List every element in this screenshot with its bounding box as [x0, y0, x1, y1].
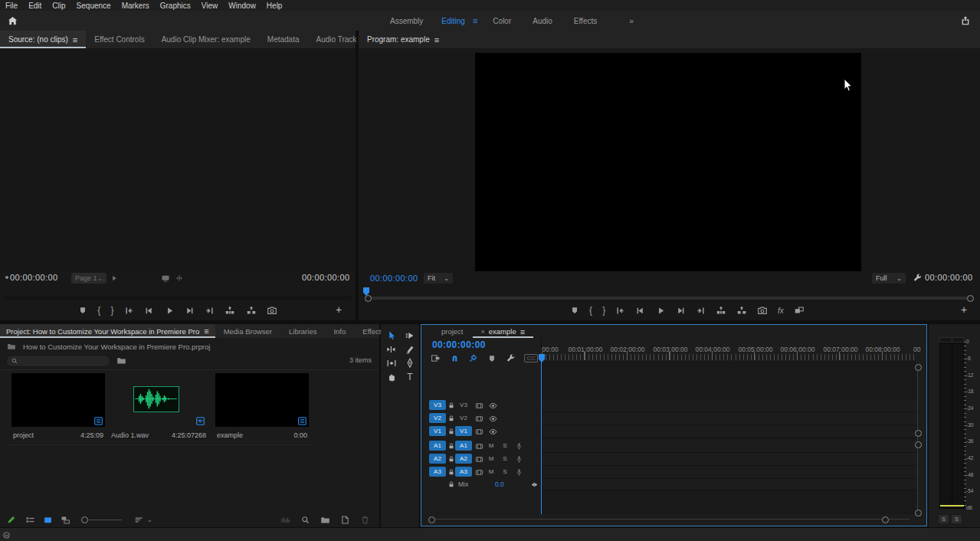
eye-icon[interactable] [489, 428, 497, 436]
tab-effect-controls[interactable]: Effect Controls [86, 31, 152, 48]
track-target-v1[interactable]: V1 [455, 426, 472, 436]
search-input[interactable] [6, 355, 110, 367]
pen-tool[interactable] [402, 356, 418, 369]
search-bin-icon[interactable] [116, 356, 126, 366]
item-name[interactable]: project [13, 431, 34, 439]
step-forward-icon[interactable] [185, 306, 195, 316]
solo-button[interactable]: S [501, 468, 509, 475]
fx-badge-icon[interactable]: fx [778, 307, 784, 315]
close-icon[interactable]: × [481, 328, 485, 336]
overwrite-icon[interactable] [246, 305, 257, 316]
source-patch-v3[interactable]: V3 [429, 400, 446, 410]
slip-tool[interactable] [383, 356, 400, 369]
item-name[interactable]: example [217, 431, 243, 439]
track-target-v3[interactable]: V3 [455, 400, 472, 410]
solo-button[interactable]: S [501, 455, 509, 462]
play-icon[interactable] [165, 306, 175, 316]
workspace-overflow-icon[interactable]: » [623, 17, 640, 25]
mute-button[interactable]: M [487, 468, 495, 475]
workspace-tab-audio[interactable]: Audio [522, 17, 563, 25]
audio-track-lane-a3[interactable] [542, 466, 916, 479]
video-track-lane-v3[interactable] [542, 399, 916, 412]
timeline-horizontal-scrollbar[interactable] [431, 519, 910, 520]
tab-sequence-example[interactable]: × example ≡ [473, 325, 534, 338]
video-track-lane-v2[interactable] [542, 412, 916, 425]
tab-program[interactable]: Program: example ≡ [359, 31, 447, 48]
tab-source[interactable]: Source: (no clips) ≡ [0, 31, 86, 48]
item-name[interactable]: Audio 1.wav [111, 431, 149, 439]
export-frame-icon[interactable] [267, 305, 277, 316]
workspace-tab-assembly[interactable]: Assembly [379, 17, 434, 25]
thumbnail[interactable] [11, 373, 105, 427]
program-button-editor-icon[interactable]: + [961, 303, 967, 316]
find-icon[interactable] [300, 515, 310, 525]
project-item-sequence-project[interactable]: project 4:25:09 [11, 373, 105, 442]
zoom-slider-handle[interactable] [81, 516, 88, 523]
project-item-sequence-example[interactable]: example 0:00 [215, 373, 309, 442]
meter-clip-indicator-left[interactable] [939, 337, 952, 343]
selection-tool[interactable] [383, 329, 400, 342]
workspace-editing-menu-icon[interactable]: ≡ [473, 16, 477, 25]
eye-icon[interactable] [489, 402, 497, 410]
new-bin-icon[interactable] [320, 515, 330, 525]
source-patch-a3[interactable]: A3 [429, 467, 446, 477]
keyframe-nav-icon[interactable] [530, 480, 539, 489]
step-forward-icon[interactable] [676, 306, 686, 316]
source-current-timecode[interactable]: 00:00:00:00 [10, 273, 58, 282]
tab-libraries[interactable]: Libraries [280, 324, 325, 338]
mark-in-icon[interactable]: { [589, 305, 592, 316]
settings-monitor-icon[interactable] [161, 274, 170, 283]
voiceover-mic-icon[interactable] [515, 467, 523, 477]
sync-lock-icon[interactable] [475, 402, 483, 410]
breadcrumb[interactable]: How to Customize Your Workspace in Premi… [23, 343, 210, 351]
lock-icon[interactable] [447, 428, 455, 435]
timeline-settings-wrench-icon[interactable] [506, 353, 516, 363]
mute-button[interactable]: M [487, 455, 495, 462]
audio-track-lane-a1[interactable] [542, 440, 916, 453]
program-quality-dropdown[interactable]: Full ⌄ [872, 273, 906, 284]
source-patch-a1[interactable]: A1 [429, 441, 446, 451]
source-panel-menu-icon[interactable]: ≡ [73, 35, 77, 44]
icon-view-icon[interactable] [43, 515, 53, 525]
go-to-out-icon[interactable] [205, 306, 215, 316]
insert-icon[interactable] [225, 305, 235, 316]
project-item-audio[interactable]: Audio 1.wav 4:25:07268 [110, 373, 203, 442]
sync-lock-icon[interactable] [475, 468, 483, 477]
lock-icon[interactable] [447, 468, 455, 476]
workspace-tab-effects[interactable]: Effects [563, 17, 608, 25]
voiceover-mic-icon[interactable] [515, 454, 523, 464]
delete-icon[interactable] [360, 515, 370, 525]
sync-lock-icon[interactable] [475, 442, 483, 451]
export-frame-icon[interactable] [757, 305, 768, 316]
sync-lock-icon[interactable] [475, 428, 483, 436]
track-target-v2[interactable]: V2 [455, 413, 472, 423]
add-marker-icon[interactable] [487, 354, 497, 363]
audio-thumbnail[interactable] [133, 386, 179, 412]
tab-project[interactable]: Project: How to Customize Your Workspace… [0, 324, 215, 338]
step-back-icon[interactable] [635, 306, 645, 316]
program-current-timecode[interactable]: 00:00:00:00 [370, 274, 418, 283]
sort-chevron-icon[interactable]: ⌄ [147, 516, 152, 523]
tab-media-browser[interactable]: Media Browser [215, 324, 280, 338]
linked-selection-icon[interactable] [468, 353, 478, 363]
play-icon[interactable] [656, 306, 666, 316]
menu-sequence[interactable]: Sequence [71, 2, 116, 10]
export-icon[interactable] [960, 15, 971, 26]
program-zoom-dropdown[interactable]: Fit ⌄ [424, 273, 453, 284]
sync-lock-icon[interactable] [475, 455, 483, 464]
bin-up-icon[interactable] [7, 342, 16, 351]
lock-icon[interactable] [447, 442, 455, 450]
mark-in-icon[interactable]: { [97, 305, 100, 316]
ripple-edit-tool[interactable] [383, 343, 400, 356]
h-scroll-handle-right[interactable] [882, 516, 889, 523]
tab-metadata[interactable]: Metadata [259, 31, 308, 48]
trim-icon[interactable] [175, 274, 184, 283]
eye-icon[interactable] [489, 415, 497, 423]
mark-out-icon[interactable]: } [111, 305, 114, 316]
menu-edit[interactable]: Edit [23, 2, 47, 10]
menu-graphics[interactable]: Graphics [155, 2, 196, 10]
page-play-icon[interactable] [110, 274, 118, 282]
mark-out-icon[interactable]: } [602, 305, 605, 316]
tab-info[interactable]: Info [325, 324, 354, 338]
v-scroll-handle-bottom[interactable] [915, 510, 922, 516]
